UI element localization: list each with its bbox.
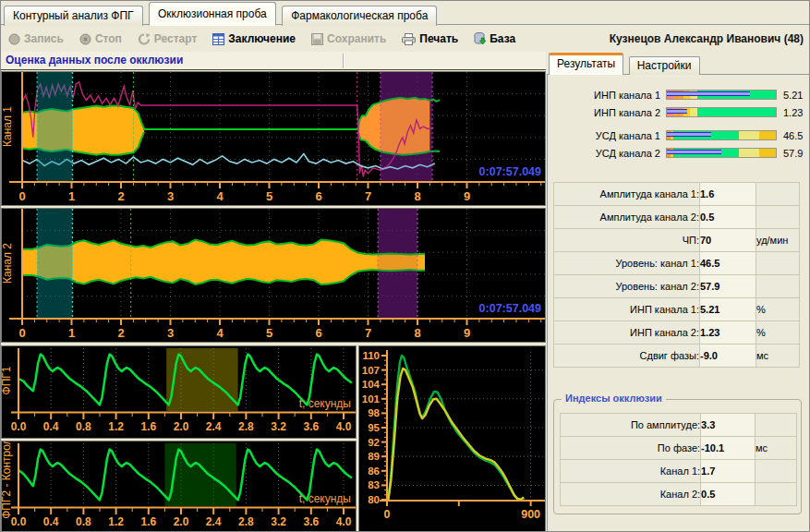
record-icon: [8, 33, 20, 45]
database-label: База: [490, 32, 515, 45]
table-cell-lbl: Амплитуда канала 1:: [554, 183, 700, 206]
svg-text:83: 83: [368, 479, 380, 490]
application-window: Контурный анализ ФПГ Окклюзионная проба …: [0, 0, 810, 532]
gauge-label: ИНП канала 1: [548, 90, 666, 101]
print-icon: [402, 33, 416, 45]
svg-text:8: 8: [414, 326, 420, 340]
gauge-indicator: [667, 132, 711, 137]
restart-button[interactable]: Рестарт: [138, 32, 198, 45]
svg-text:3: 3: [167, 189, 174, 203]
svg-text:Канал 1: Канал 1: [2, 106, 14, 147]
svg-text:0: 0: [18, 326, 25, 340]
svg-text:0.8: 0.8: [76, 515, 91, 528]
table-cell-val: 1.7: [701, 460, 756, 483]
table-cell-lbl: ИНП канала 2:: [554, 321, 700, 345]
table-row: По амплитуде:3.3: [561, 414, 797, 437]
results-panel: Результаты Настройки ИНП канала 15.21ИНП…: [547, 52, 810, 532]
svg-text:2: 2: [117, 326, 124, 340]
gauge-bar: [666, 107, 777, 117]
table-cell-val: 1.6: [700, 183, 756, 206]
occlusion-response-chart: 808386899295981011041071100900: [358, 345, 546, 532]
tab-contour-analysis[interactable]: Контурный анализ ФПГ: [4, 6, 143, 26]
record-button[interactable]: Запись: [8, 32, 64, 45]
occlusion-indices-groupbox: Индексы окклюзии По амплитуде:3.3По фазе…: [553, 399, 802, 514]
table-cell-lbl: Канал 1:: [561, 460, 701, 483]
svg-text:1.6: 1.6: [140, 420, 156, 433]
table-cell-val: 5.21: [700, 298, 756, 321]
table-cell-lbl: Уровень: канал 2:: [554, 275, 700, 298]
table-row: ИНП канала 1:5.21%: [554, 298, 800, 321]
svg-text:3.2: 3.2: [271, 515, 286, 528]
svg-text:0.4: 0.4: [43, 515, 59, 528]
table-row: ИНП канала 2:1.23%: [554, 321, 800, 345]
gauge-indicator: [667, 91, 750, 96]
gauge-row: УСД канала 257.9: [548, 144, 809, 162]
table-cell-val: 46.5: [700, 252, 756, 275]
occlusion-indices-title: Индексы окклюзии: [562, 393, 666, 404]
svg-text:110: 110: [362, 350, 380, 361]
stop-label: Стоп: [95, 32, 122, 45]
gauge-row: УСД канала 146.5: [548, 127, 809, 144]
analysis-area: Оценка данных после окклюзии 0123456789К…: [1, 52, 546, 532]
table-cell-lbl: ИНП канала 1:: [554, 298, 700, 321]
table-cell-val: 1.23: [700, 321, 756, 345]
table-cell-unit: [755, 414, 796, 437]
svg-text:2.0: 2.0: [174, 420, 189, 433]
title-divider: [343, 54, 344, 68]
table-row: Сдвиг фазы:-9.0мс: [554, 345, 800, 368]
conclusion-button[interactable]: Заключение: [212, 32, 296, 45]
svg-text:5: 5: [266, 326, 272, 340]
svg-text:2.0: 2.0: [174, 515, 189, 528]
save-label: Сохранить: [327, 32, 386, 45]
gauge-value: 57.9: [777, 148, 803, 159]
svg-text:0.0: 0.0: [11, 515, 27, 528]
svg-text:1.6: 1.6: [140, 515, 156, 528]
print-button[interactable]: Печать: [402, 32, 458, 45]
table-cell-lbl: Уровень: канал 1:: [554, 252, 700, 275]
table-row: Уровень: канал 1:46.5: [554, 252, 800, 275]
svg-text:3.6: 3.6: [303, 515, 319, 528]
table-cell-unit: [756, 275, 800, 298]
svg-text:2.8: 2.8: [238, 515, 254, 528]
record-label: Запись: [24, 32, 64, 45]
gauge-value: 5.21: [777, 90, 803, 101]
svg-text:0.8: 0.8: [76, 420, 91, 433]
svg-text:104: 104: [362, 379, 381, 390]
table-cell-lbl: По амплитуде:: [561, 414, 701, 437]
table-row: ЧП:70уд/мин: [554, 229, 800, 252]
stop-button[interactable]: Стоп: [79, 32, 122, 45]
tab-settings[interactable]: Настройки: [629, 56, 700, 75]
gauge-bar: [666, 130, 777, 140]
table-cell-unit: [756, 183, 800, 206]
gauge-value: 1.23: [777, 107, 803, 118]
tab-occlusion-test[interactable]: Окклюзионная проба: [149, 2, 276, 26]
report-icon: [212, 33, 224, 45]
gauge-bar: [666, 90, 777, 100]
svg-text:t, секунды: t, секунды: [299, 397, 351, 410]
table-cell-lbl: По фазе:: [561, 437, 701, 460]
results-table: Амплитуда канала 1:1.6Амплитуда канала 2…: [553, 182, 800, 368]
svg-text:0.4: 0.4: [43, 420, 59, 433]
svg-text:2.4: 2.4: [206, 515, 222, 528]
database-icon: [474, 32, 486, 45]
conclusion-label: Заключение: [228, 32, 296, 45]
table-cell-unit: [756, 252, 800, 275]
table-row: Уровень: канал 2:57.9: [554, 275, 800, 298]
tab-results[interactable]: Результаты: [549, 53, 623, 75]
fpg1-chart: 0.00.40.81.21.62.02.42.83.23.64.0t, секу…: [1, 345, 357, 439]
svg-text:3.6: 3.6: [303, 420, 319, 433]
table-cell-lbl: Канал 2:: [561, 483, 701, 506]
gauge-row: ИНП канала 21.23: [548, 103, 809, 121]
save-button[interactable]: Сохранить: [311, 32, 386, 45]
table-row: Канал 1:1.7: [561, 460, 797, 483]
database-button[interactable]: База: [474, 32, 515, 45]
svg-text:101: 101: [362, 393, 381, 405]
table-cell-val: 0.5: [701, 483, 756, 506]
table-cell-unit: %: [756, 298, 800, 321]
svg-text:0:07:57.049: 0:07:57.049: [479, 165, 541, 178]
save-icon: [311, 33, 323, 45]
svg-text:4: 4: [216, 326, 224, 340]
tab-pharmacological-test[interactable]: Фармакологическая проба: [282, 6, 437, 26]
fpg2-control-chart: 0.00.40.81.21.62.02.42.83.23.64.0t, секу…: [1, 441, 357, 532]
section-title: Оценка данных после окклюзии: [1, 52, 546, 70]
